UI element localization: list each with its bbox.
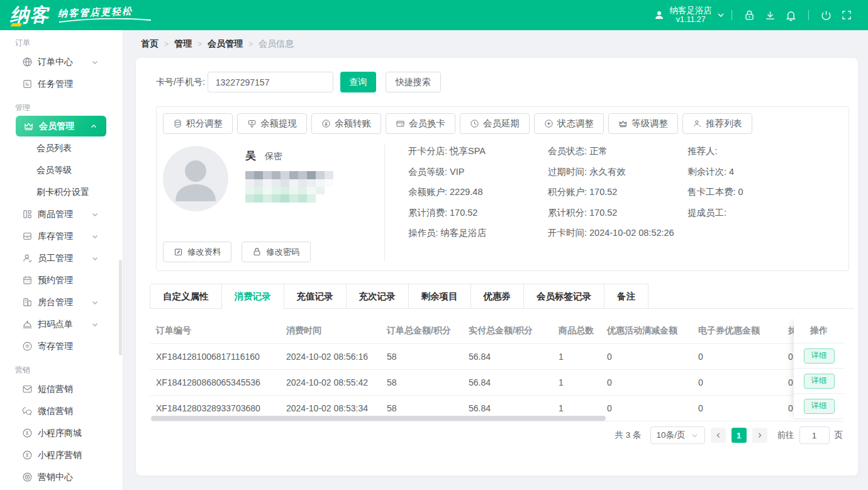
query-button[interactable]: 查询 (340, 72, 376, 92)
tab-优惠券[interactable]: 优惠券 (471, 284, 525, 309)
goods-icon (21, 209, 33, 220)
sidebar-item-寄存管理[interactable]: 寄寄存管理 (0, 335, 123, 357)
sidebar-scrollbar[interactable] (119, 260, 122, 355)
edit-password-button[interactable]: 修改密码 (242, 242, 310, 262)
sidebar-item-label: 商品管理 (38, 209, 73, 220)
sidebar-item-营销中心[interactable]: 营销中心 (0, 466, 123, 488)
sidebar-item-扫码点单[interactable]: 扫码点单 (0, 313, 123, 335)
member-detail: 操作员:纳客足浴店 (408, 226, 548, 247)
table-cell: 56.84 (462, 370, 552, 395)
goto-label: 前往 (777, 430, 794, 441)
member-detail: 售卡工本费:0 (687, 186, 827, 206)
chevron-down-icon (91, 58, 99, 66)
chevron-down-icon[interactable] (717, 11, 725, 19)
divider (808, 10, 809, 20)
tab-充次记录[interactable]: 充次记录 (347, 284, 409, 309)
breadcrumb-item[interactable]: 会员管理 (208, 38, 243, 50)
miniapp-icon (21, 450, 33, 461)
breadcrumb-separator: > (198, 40, 202, 48)
fullscreen-icon[interactable] (841, 9, 852, 21)
next-page-button[interactable] (752, 428, 767, 443)
calendar-icon (21, 275, 33, 286)
card-phone-input[interactable] (208, 72, 333, 92)
goto-page-input[interactable] (799, 426, 830, 444)
lock-icon[interactable] (743, 9, 755, 21)
lock-icon (252, 247, 262, 257)
sidebar-item-小程序商城[interactable]: 小程序商城 (0, 422, 123, 444)
globe-icon (21, 57, 33, 68)
member-detail: 积分账户:170.52 (548, 186, 687, 206)
tab-备注[interactable]: 备注 (604, 284, 648, 309)
余额转账-button[interactable]: 余额转账 (311, 113, 381, 134)
sidebar-item-会员管理[interactable]: 会员管理 (16, 116, 106, 136)
sidebar-item-微信营销[interactable]: 微信营销 (0, 400, 123, 422)
member-detail: 推荐人: (687, 145, 827, 165)
logo-accent (11, 23, 23, 26)
table-row: XF18412810068171161602024-10-02 08:56:16… (150, 344, 844, 370)
download-icon[interactable] (764, 9, 776, 21)
horizontal-scrollbar[interactable] (151, 416, 606, 421)
store-account[interactable]: 纳客足浴店 v1.11.27 (654, 6, 725, 25)
sidebar-item-库存管理[interactable]: 库存管理 (0, 225, 123, 247)
breadcrumb-item[interactable]: 管理 (174, 38, 192, 50)
member-detail: 过期时间:永久有效 (548, 165, 687, 186)
sidebar-item-预约管理[interactable]: 预约管理 (0, 269, 123, 291)
sidebar-item-label: 扫码点单 (38, 319, 73, 330)
breadcrumb-item[interactable]: 首页 (141, 38, 159, 50)
prev-page-button[interactable] (711, 428, 726, 443)
crown2-icon (618, 119, 628, 128)
tab-剩余项目[interactable]: 剩余项目 (409, 284, 471, 309)
sidebar-item-房台管理[interactable]: 房台管理 (0, 291, 123, 313)
detail-button[interactable]: 详细 (804, 374, 835, 389)
pagination: 共 3 条 10条/页 1 前往 页 (615, 426, 843, 444)
table-cell: 0 (601, 344, 692, 369)
crown-icon (23, 121, 34, 132)
breadcrumb-item[interactable]: 会员信息 (259, 38, 294, 50)
member-detail: 会员状态:正常 (548, 145, 687, 165)
状态调整-button[interactable]: 状态调整 (534, 113, 604, 134)
table-cell: 58 (381, 344, 462, 369)
page-unit: 页 (835, 430, 843, 441)
tab-消费记录[interactable]: 消费记录 (222, 284, 284, 309)
sidebar-item-任务管理[interactable]: 任务管理 (0, 73, 123, 95)
sidebar-group-label: 订单 (15, 38, 123, 48)
sidebar-subitem-刷卡积分设置[interactable]: 刷卡积分设置 (0, 181, 123, 203)
table-cell: 0 (692, 370, 782, 395)
table-cell: XF1841281006817116160 (150, 344, 280, 369)
chevron-down-icon (91, 299, 99, 306)
sidebar-item-小程序营销[interactable]: 小程序营销 (0, 444, 123, 466)
power-icon[interactable] (820, 9, 832, 21)
tab-充值记录[interactable]: 充值记录 (284, 284, 347, 309)
page-size-select[interactable]: 10条/页 (650, 426, 705, 444)
sidebar-item-订单中心[interactable]: 订单中心 (0, 51, 123, 73)
cloche-icon (21, 319, 33, 330)
breadcrumb-separator: > (248, 40, 253, 48)
quick-search-button[interactable]: 快捷搜索 (386, 72, 441, 92)
积分调整-button[interactable]: 积分调整 (163, 113, 233, 134)
tab-自定义属性[interactable]: 自定义属性 (150, 284, 222, 309)
detail-button[interactable]: 详细 (804, 348, 835, 364)
sidebar-item-短信营销[interactable]: 短信营销 (0, 378, 123, 400)
edit-profile-button[interactable]: 修改资料 (163, 242, 231, 262)
sidebar-item-label: 订单中心 (38, 57, 73, 68)
sidebar-item-label: 微信营销 (38, 406, 73, 417)
sidebar-subitem-会员列表[interactable]: 会员列表 (0, 137, 123, 159)
sidebar-item-商品管理[interactable]: 商品管理 (0, 203, 123, 225)
余额提现-button[interactable]: 余额提现 (237, 113, 307, 134)
推荐列表-button[interactable]: 推荐列表 (682, 113, 752, 134)
会员换卡-button[interactable]: 会员换卡 (386, 113, 455, 134)
chevron-down-icon (91, 211, 99, 218)
current-page[interactable]: 1 (732, 428, 747, 443)
会员延期-button[interactable]: 会员延期 (460, 113, 530, 134)
sidebar-item-员工管理[interactable]: 员工管理 (0, 247, 123, 269)
table-cell: 2024-10-02 08:55:42 (280, 370, 381, 395)
tab-会员标签记录[interactable]: 会员标签记录 (524, 284, 604, 309)
chevron-down-icon (91, 321, 99, 328)
detail-button[interactable]: 详细 (804, 399, 835, 414)
miniapp-icon (21, 428, 33, 439)
sidebar-subitem-会员等级[interactable]: 会员等级 (0, 159, 123, 181)
chevron-down-icon (91, 255, 99, 262)
member-detail: 剩余计次:4 (687, 165, 827, 186)
bell-icon[interactable] (785, 9, 797, 21)
等级调整-button[interactable]: 等级调整 (608, 113, 678, 134)
